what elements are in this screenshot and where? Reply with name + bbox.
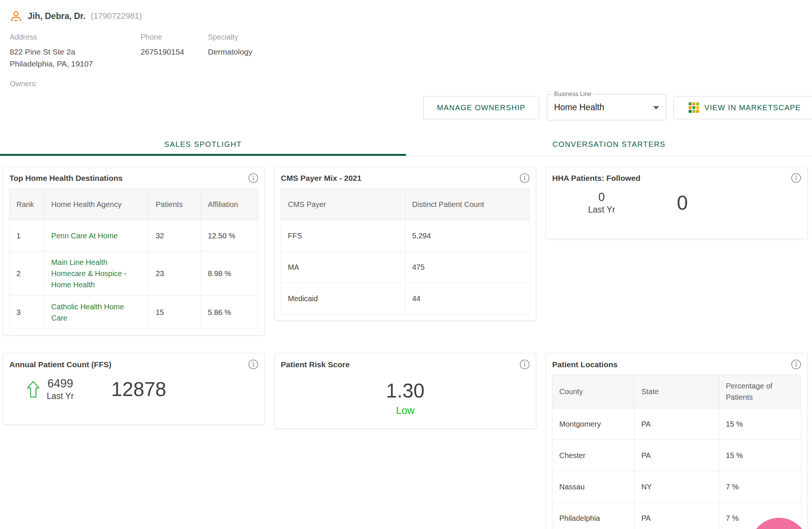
- pct-cell: 7 %: [719, 471, 801, 502]
- info-icon[interactable]: [791, 173, 801, 183]
- agency-link[interactable]: Main Line Health Homecare & Hospice - Ho…: [51, 258, 126, 289]
- column-header-rank: Rank: [10, 189, 44, 220]
- info-icon[interactable]: [520, 173, 530, 183]
- agency-link[interactable]: Penn Care At Home: [51, 232, 118, 240]
- payer-cell: FFS: [281, 220, 406, 251]
- provider-name: Jih, Debra, Dr.: [28, 11, 86, 21]
- state-cell: PA: [634, 502, 719, 529]
- risk-score-display: 1.30 Low: [281, 379, 530, 417]
- table-header-row: County State Percentage of Patients: [553, 375, 801, 408]
- payer-cell: MA: [281, 251, 406, 283]
- current-value: 0: [677, 191, 688, 214]
- owners-label: Owners:: [10, 80, 802, 88]
- table-header-row: Rank Home Health Agency Patients Affilia…: [10, 189, 258, 220]
- card-cms-payer-mix: CMS Payer Mix - 2021 CMS Payer Distinct …: [274, 167, 536, 321]
- tab-sales-spotlight[interactable]: SALES SPOTLIGHT: [0, 133, 406, 156]
- table-row: 1 Penn Care At Home 32 12.50 %: [10, 220, 258, 251]
- card-title: Patient Locations: [552, 360, 618, 369]
- table-row: Medicaid 44: [281, 283, 530, 314]
- card-header: Top Home Health Destinations: [9, 173, 258, 183]
- pct-cell: 15 %: [719, 440, 801, 471]
- column-header-payer: CMS Payer: [281, 189, 406, 220]
- risk-score-value: 1.30: [281, 379, 530, 402]
- table-header-row: CMS Payer Distinct Patient Count: [281, 189, 530, 220]
- person-icon: [10, 10, 22, 22]
- column-header-affiliation: Affiliation: [201, 189, 258, 220]
- last-year-label: Last Yr: [47, 391, 74, 401]
- phone-value: 2675190154: [141, 46, 208, 58]
- cms-payer-table: CMS Payer Distinct Patient Count FFS 5,2…: [281, 188, 530, 314]
- tab-conversation-starters[interactable]: CONVERSATION STARTERS: [406, 133, 812, 156]
- business-line-label: Business Line: [552, 91, 594, 98]
- manage-ownership-button[interactable]: MANAGE OWNERSHIP: [423, 96, 539, 119]
- phone-label: Phone: [141, 33, 208, 41]
- affiliation-cell: 5.86 %: [201, 296, 258, 329]
- trend-up-arrow-icon: [27, 381, 40, 398]
- column-header-percentage: Percentage of Patients: [719, 375, 801, 408]
- address-line1: 822 Pine St Ste 2a: [10, 46, 141, 58]
- patients-cell: 15: [149, 296, 201, 329]
- table-row: 2 Main Line Health Homecare & Hospice - …: [10, 251, 258, 296]
- provider-header: Jih, Debra, Dr. (1790722981) Address 822…: [0, 0, 812, 88]
- column-header-state: State: [634, 375, 719, 408]
- marketscape-grid-icon: [689, 102, 699, 113]
- provider-name-row: Jih, Debra, Dr. (1790722981): [10, 10, 802, 22]
- state-cell: PA: [634, 440, 719, 471]
- annual-stats: 6499 Last Yr 12878: [9, 377, 258, 401]
- last-year-label: Last Yr: [588, 205, 615, 215]
- view-in-marketscape-button[interactable]: VIEW IN MARKETSCAPE: [673, 96, 812, 119]
- card-top-home-health-destinations: Top Home Health Destinations Rank Home H…: [3, 167, 265, 335]
- card-patient-locations: Patient Locations County State Percentag…: [546, 353, 808, 529]
- affiliation-cell: 8.98 %: [201, 251, 258, 296]
- manage-ownership-label: MANAGE OWNERSHIP: [437, 103, 525, 112]
- info-icon[interactable]: [520, 359, 530, 369]
- state-cell: NY: [634, 471, 719, 502]
- card-title: Annual Patient Count (FFS): [9, 360, 111, 369]
- county-cell: Chester: [553, 440, 634, 471]
- tab-bar: SALES SPOTLIGHT CONVERSATION STARTERS: [0, 133, 812, 156]
- patient-locations-table: County State Percentage of Patients Mont…: [552, 375, 801, 529]
- provider-npi: (1790722981): [91, 11, 142, 21]
- current-value: 12878: [111, 378, 166, 400]
- business-line-select[interactable]: Business Line Home Health: [547, 94, 666, 120]
- card-annual-patient-count: Annual Patient Count (FFS) 6499 Last Yr …: [3, 353, 265, 425]
- info-icon[interactable]: [791, 359, 801, 369]
- county-cell: Nassau: [553, 471, 634, 502]
- hha-stats: 0 Last Yr 0: [552, 191, 801, 215]
- info-icon[interactable]: [248, 173, 258, 183]
- state-cell: PA: [634, 408, 719, 440]
- card-header: Annual Patient Count (FFS): [9, 359, 258, 369]
- agency-link[interactable]: Catholic Health Home Care: [51, 303, 124, 322]
- table-row: MA 475: [281, 251, 530, 283]
- count-cell: 44: [405, 283, 530, 314]
- table-row: Nassau NY 7 %: [553, 471, 801, 502]
- card-title: Top Home Health Destinations: [9, 174, 123, 183]
- rank-cell: 3: [10, 296, 44, 329]
- chevron-down-icon: [653, 106, 659, 109]
- card-hha-patients-followed: HHA Patients: Followed 0 Last Yr 0: [546, 167, 808, 239]
- pct-cell: 15 %: [719, 408, 801, 440]
- card-patient-risk-score: Patient Risk Score 1.30 Low: [274, 353, 536, 429]
- rank-cell: 2: [10, 251, 44, 296]
- risk-level-badge: Low: [281, 405, 530, 417]
- patients-cell: 23: [149, 251, 201, 296]
- card-header: CMS Payer Mix - 2021: [281, 173, 530, 183]
- table-row: Chester PA 15 %: [553, 440, 801, 471]
- last-year-value: 0: [588, 191, 615, 204]
- card-header: Patient Risk Score: [281, 359, 530, 369]
- column-header-county: County: [553, 375, 634, 408]
- card-title: HHA Patients: Followed: [552, 174, 640, 183]
- contact-info: Address 822 Pine St Ste 2a Philadelphia,…: [10, 33, 802, 70]
- business-line-value: Home Health: [547, 95, 666, 120]
- payer-cell: Medicaid: [281, 283, 406, 314]
- specialty-value: Dermatology: [208, 46, 252, 58]
- affiliation-cell: 12.50 %: [201, 220, 258, 251]
- top-destinations-table: Rank Home Health Agency Patients Affilia…: [9, 188, 258, 329]
- county-cell: Montgomery: [553, 408, 634, 440]
- specialty-label: Specialty: [208, 33, 252, 41]
- card-header: HHA Patients: Followed: [552, 173, 801, 183]
- phone-field: Phone 2675190154: [141, 33, 208, 70]
- info-icon[interactable]: [248, 359, 258, 369]
- address-label: Address: [10, 33, 141, 41]
- last-year-value: 6499: [47, 377, 74, 390]
